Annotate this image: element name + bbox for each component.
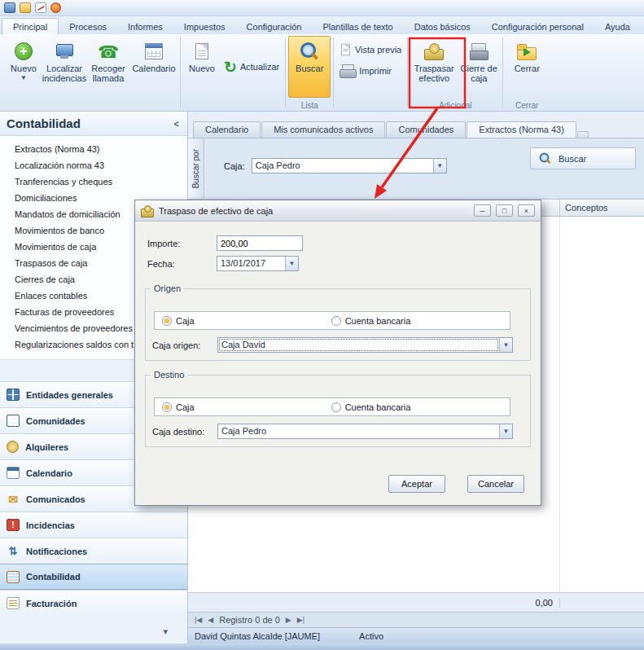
caja-origen-combo[interactable]: Caja David ▼ bbox=[217, 337, 513, 353]
tab-procesos[interactable]: Procesos bbox=[59, 19, 117, 34]
sidebar-item-facturacion[interactable]: Facturación bbox=[0, 590, 187, 616]
first-record-button[interactable]: |◀ bbox=[195, 616, 202, 624]
new-document-icon bbox=[195, 43, 208, 59]
sidebar-item-transferencias[interactable]: Tranferencias y cheques bbox=[15, 173, 187, 190]
buscar-button[interactable]: Buscar bbox=[288, 36, 331, 98]
tab-configuracion-personal[interactable]: Configuración personal bbox=[481, 19, 594, 34]
localizar-incidencias-button[interactable]: Localizar incidencias bbox=[42, 36, 86, 98]
phone-icon: ☎ bbox=[98, 43, 119, 60]
tab-ayuda[interactable]: Ayuda bbox=[594, 19, 641, 34]
minimize-button[interactable]: ─ bbox=[474, 204, 491, 217]
calendario-button[interactable]: Calendario bbox=[130, 36, 177, 98]
doc-tab-mis-comunicados[interactable]: Mis comunicados activos bbox=[261, 121, 385, 138]
doc-tab-calendario[interactable]: Calendario bbox=[193, 121, 261, 138]
destino-radio-cuenta-bancaria[interactable]: Cuenta bancaria bbox=[331, 402, 411, 412]
doc-tab-extractos[interactable]: Extractos (Norma 43) bbox=[467, 121, 576, 138]
cerrar-button[interactable]: Cerrar bbox=[506, 36, 548, 98]
recoger-llamada-button[interactable]: ☎ Recoger llamada bbox=[86, 36, 130, 98]
notes-icon[interactable] bbox=[35, 2, 46, 13]
fecha-combo[interactable]: 13/01/2017 ▼ bbox=[217, 256, 299, 271]
aceptar-button[interactable]: Aceptar bbox=[388, 475, 445, 493]
caja-destino-combo[interactable]: Caja Pedro ▼ bbox=[217, 424, 513, 439]
cierre-de-caja-button[interactable]: Cierre de caja bbox=[458, 36, 500, 98]
nav-label: Notificaciones bbox=[26, 547, 87, 556]
sidebar-item-contabilidad[interactable]: Contabilidad bbox=[0, 564, 187, 590]
collapse-sidebar-button[interactable]: < bbox=[174, 119, 179, 129]
dialog-buttons: Aceptar Cancelar bbox=[388, 475, 524, 493]
dropdown-arrow-icon[interactable]: ▼ bbox=[499, 424, 512, 438]
app-icon[interactable] bbox=[4, 2, 15, 13]
buscar-por-vertical-tab[interactable]: Buscar por bbox=[188, 138, 204, 199]
dropdown-arrow-icon[interactable]: ▼ bbox=[433, 159, 446, 173]
status-state: Activo bbox=[359, 631, 383, 641]
buscar-filter-button[interactable]: Buscar bbox=[530, 147, 636, 169]
ribbon-group-separator bbox=[502, 37, 503, 108]
sidebar-item-localizacion-norma43[interactable]: Localización norma 43 bbox=[15, 157, 187, 173]
tab-configuracion[interactable]: Configuración bbox=[236, 19, 313, 34]
vista-previa-button[interactable]: Vista previa bbox=[336, 41, 405, 58]
tab-plantillas-de-texto[interactable]: Plantillas de texto bbox=[312, 19, 403, 34]
origen-radio-panel: Caja Cuenta bancaria bbox=[154, 311, 510, 330]
sidebar-item-incidencias[interactable]: ! Incidencias bbox=[0, 512, 187, 538]
mail-icon[interactable] bbox=[20, 2, 31, 13]
chevron-down-icon[interactable]: ▾ bbox=[163, 626, 168, 637]
actualizar-button[interactable]: ↻ Actualizar bbox=[221, 57, 283, 77]
building-icon bbox=[7, 415, 20, 427]
dropdown-arrow-icon[interactable]: ▼ bbox=[499, 338, 512, 352]
print-preview-icon bbox=[341, 43, 350, 55]
nav-label: Incidencias bbox=[26, 520, 75, 530]
destino-groupbox: Destino Caja Cuenta bancaria Caja destin… bbox=[145, 370, 531, 447]
traspasar-efectivo-button[interactable]: Traspasar efectivo bbox=[410, 36, 458, 98]
caja-origen-row: Caja origen: Caja David ▼ bbox=[152, 337, 513, 353]
ribbon-group-separator bbox=[285, 37, 286, 108]
importe-row: Importe: bbox=[147, 235, 303, 251]
tab-informes[interactable]: Informes bbox=[117, 19, 173, 34]
radio-unselected-icon bbox=[331, 402, 341, 412]
imprimir-button[interactable]: Imprimir bbox=[336, 62, 405, 79]
maximize-button[interactable]: □ bbox=[496, 204, 513, 217]
sidebar-item-notificaciones[interactable]: ⇅ Notificaciones bbox=[0, 538, 187, 564]
destino-radio-caja[interactable]: Caja bbox=[162, 402, 195, 412]
origen-groupbox: Origen Caja Cuenta bancaria Caja origen:… bbox=[145, 283, 531, 361]
last-record-button[interactable]: ▶| bbox=[297, 616, 304, 624]
grid-header-conceptos[interactable]: Conceptos bbox=[560, 200, 644, 216]
nuevo-button[interactable]: + Nuevo ▼ bbox=[5, 36, 42, 98]
importe-label: Importe: bbox=[147, 239, 217, 248]
dialog-titlebar[interactable]: Traspaso de efectivo de caja ─ □ × bbox=[135, 200, 541, 222]
next-record-button[interactable]: ▶ bbox=[286, 616, 291, 624]
localizar-label: Localizar incidencias bbox=[42, 64, 86, 83]
nav-label: Alquileres bbox=[25, 442, 68, 452]
fecha-row: Fecha: 13/01/2017 ▼ bbox=[147, 256, 299, 271]
origen-radio-cuenta-bancaria[interactable]: Cuenta bancaria bbox=[331, 316, 411, 326]
dialog-title: Traspaso de efectivo de caja bbox=[159, 206, 469, 216]
cancelar-button[interactable]: Cancelar bbox=[467, 475, 524, 493]
search-icon bbox=[300, 42, 319, 61]
sidebar-item-extractos[interactable]: Extractos (Norma 43) bbox=[15, 141, 187, 157]
group-label-adicional: Adicional bbox=[409, 101, 502, 110]
destino-radio-caja-label: Caja bbox=[176, 402, 195, 412]
caja-filter-combo[interactable]: Caja Pedro ▼ bbox=[252, 158, 447, 173]
fecha-value: 13/01/2017 bbox=[217, 257, 285, 270]
dialog-body: Importe: Fecha: 13/01/2017 ▼ Origen Caja bbox=[135, 222, 541, 506]
previous-record-button[interactable]: ◀ bbox=[208, 616, 213, 624]
nuevo-label: Nuevo bbox=[11, 64, 37, 73]
nuevo-documento-button[interactable]: Nuevo bbox=[183, 36, 221, 98]
doc-tab-comunidades[interactable]: Comunidades bbox=[386, 121, 466, 138]
doc-tab-partial[interactable] bbox=[577, 131, 589, 138]
tab-datos-basicos[interactable]: Datos básicos bbox=[404, 19, 481, 34]
tab-principal[interactable]: Principal bbox=[2, 18, 59, 34]
sync-arrows-icon: ⇅ bbox=[7, 545, 20, 557]
origen-radio-caja-label: Caja bbox=[176, 316, 195, 326]
speaker-icon[interactable] bbox=[50, 2, 61, 13]
importe-input[interactable] bbox=[217, 235, 303, 251]
traspasar-label: Traspasar efectivo bbox=[411, 64, 457, 83]
dropdown-arrow-icon[interactable]: ▼ bbox=[285, 257, 298, 270]
new-plus-icon: + bbox=[15, 42, 33, 60]
cash-register-icon bbox=[470, 43, 488, 59]
origen-radio-caja[interactable]: Caja bbox=[162, 316, 195, 326]
caja-destino-row: Caja destino: Caja Pedro ▼ bbox=[152, 424, 513, 439]
ribbon-group-impresion: Vista previa Imprimir bbox=[335, 34, 406, 111]
buscar-label: Buscar bbox=[296, 64, 323, 73]
close-button[interactable]: × bbox=[518, 204, 535, 217]
tab-impuestos[interactable]: Impuestos bbox=[173, 19, 236, 34]
